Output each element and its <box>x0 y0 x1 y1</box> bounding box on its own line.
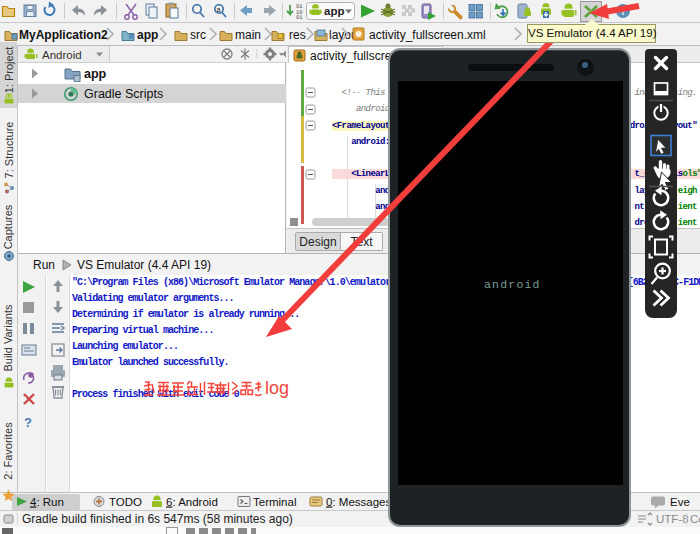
svg-text:Gradle build finished in 6s 54: Gradle build finished in 6s 547ms (58 mi… <box>22 512 293 526</box>
svg-text:01: 01 <box>296 14 303 21</box>
svg-text:TODO: TODO <box>109 496 142 508</box>
svg-text:Android: Android <box>42 49 82 61</box>
svg-text:4: Run: 4: Run <box>30 496 64 508</box>
svg-text:Terminal: Terminal <box>253 496 296 508</box>
svg-text:?: ? <box>24 415 32 430</box>
svg-text:res: res <box>289 28 306 42</box>
svg-text:src: src <box>190 28 206 42</box>
svg-text:Co: Co <box>690 513 700 525</box>
svg-text:UTF-8: UTF-8 <box>656 513 689 525</box>
svg-text:log: log <box>265 379 289 398</box>
svg-text:app: app <box>324 5 344 17</box>
svg-text:Gradle Scripts: Gradle Scripts <box>84 87 163 101</box>
svg-text:activity_fullscreen.xml: activity_fullscreen.xml <box>369 28 486 42</box>
svg-text:0: Messages: 0: Messages <box>326 496 391 508</box>
svg-text:6: Android: 6: Android <box>166 496 218 508</box>
svg-text:a: a <box>217 6 221 13</box>
svg-text:app: app <box>137 28 158 42</box>
svg-text:main: main <box>235 28 261 42</box>
svg-text:app: app <box>84 67 107 81</box>
svg-text:?: ? <box>620 5 627 17</box>
svg-text:Eve: Eve <box>670 496 690 508</box>
svg-text:MyApplication2: MyApplication2 <box>19 28 108 42</box>
